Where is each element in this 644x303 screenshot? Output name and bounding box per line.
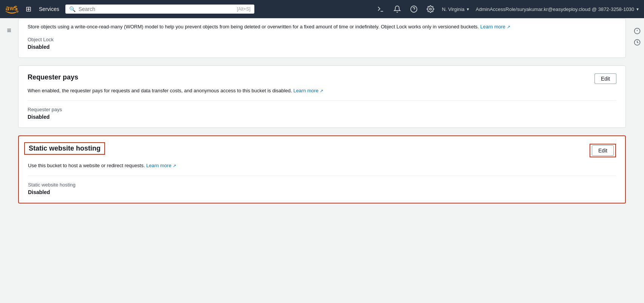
account-menu[interactable]: AdminAccessRole/suryakumar.kr@easydeploy…	[476, 6, 639, 12]
top-navigation: ⊞ Services 🔍 [Alt+S]	[0, 0, 644, 18]
search-hint: [Alt+S]	[237, 6, 251, 12]
requester-pays-title: Requester pays	[28, 73, 78, 81]
search-bar[interactable]: 🔍 [Alt+S]	[65, 5, 254, 14]
requester-pays-field-label: Requester pays	[28, 107, 616, 112]
static-website-hosting-field-label: Static website hosting	[28, 182, 616, 188]
search-input[interactable]	[79, 6, 234, 12]
svg-point-3	[430, 8, 432, 10]
region-caret-icon: ▼	[466, 7, 470, 11]
sidebar-toggle[interactable]: ≡	[0, 23, 18, 38]
object-lock-description: Store objects using a write-once-read-ma…	[28, 23, 616, 31]
object-lock-field-value: Disabled	[28, 44, 616, 50]
settings-icon[interactable]	[425, 4, 436, 14]
requester-pays-header: Requester pays Edit	[28, 73, 616, 84]
static-website-hosting-title: Static website hosting	[29, 145, 101, 152]
region-selector[interactable]: N. Virginia ▼	[442, 6, 470, 12]
cloudshell-icon[interactable]	[375, 4, 386, 14]
requester-pays-description: When enabled, the requester pays for req…	[28, 87, 616, 95]
static-website-hosting-description: Use this bucket to host a website or red…	[28, 162, 616, 169]
requester-pays-field-value: Disabled	[28, 114, 616, 120]
object-lock-field: Object Lock Disabled	[28, 37, 616, 50]
apps-menu-icon[interactable]: ⊞	[24, 3, 33, 15]
object-lock-field-label: Object Lock	[28, 37, 616, 42]
help-icon[interactable]	[409, 4, 419, 14]
external-link-icon: ↗	[507, 25, 510, 29]
notifications-icon[interactable]	[392, 4, 402, 14]
external-link-icon-3: ↗	[173, 163, 176, 168]
static-website-hosting-edit-button[interactable]: Edit	[592, 145, 614, 156]
static-website-hosting-header: Static website hosting Edit	[28, 144, 616, 157]
requester-pays-learn-more-link[interactable]: Learn more ↗	[293, 88, 323, 93]
requester-pays-edit-button[interactable]: Edit	[594, 73, 616, 84]
aws-logo[interactable]	[5, 4, 20, 14]
nav-right-icons: N. Virginia ▼ AdminAccessRole/suryakumar…	[375, 4, 639, 14]
requester-pays-field: Requester pays Disabled	[28, 107, 616, 120]
main-content: Store objects using a write-once-read-ma…	[0, 18, 644, 303]
requester-pays-card: Requester pays Edit When enabled, the re…	[18, 65, 626, 128]
search-icon: 🔍	[69, 6, 76, 12]
static-website-hosting-field-value: Disabled	[28, 189, 616, 195]
static-website-learn-more-link[interactable]: Learn more ↗	[146, 163, 176, 168]
info-icon[interactable]	[632, 26, 642, 36]
static-website-hosting-divider	[28, 176, 616, 176]
services-nav-link[interactable]: Services	[36, 5, 62, 14]
static-website-hosting-field: Static website hosting Disabled	[28, 182, 616, 195]
account-caret-icon: ▼	[636, 7, 639, 11]
object-lock-card: Store objects using a write-once-read-ma…	[18, 18, 626, 58]
object-lock-learn-more-link[interactable]: Learn more ↗	[480, 24, 510, 30]
right-side-icons	[630, 23, 644, 51]
account-label: AdminAccessRole/suryakumar.kr@easydeploy…	[476, 6, 634, 12]
static-website-hosting-card: Static website hosting Edit Use this buc…	[18, 135, 626, 204]
external-link-icon-2: ↗	[320, 89, 323, 93]
history-icon[interactable]	[632, 37, 642, 48]
region-label: N. Virginia	[442, 6, 464, 12]
requester-pays-divider	[28, 100, 616, 101]
